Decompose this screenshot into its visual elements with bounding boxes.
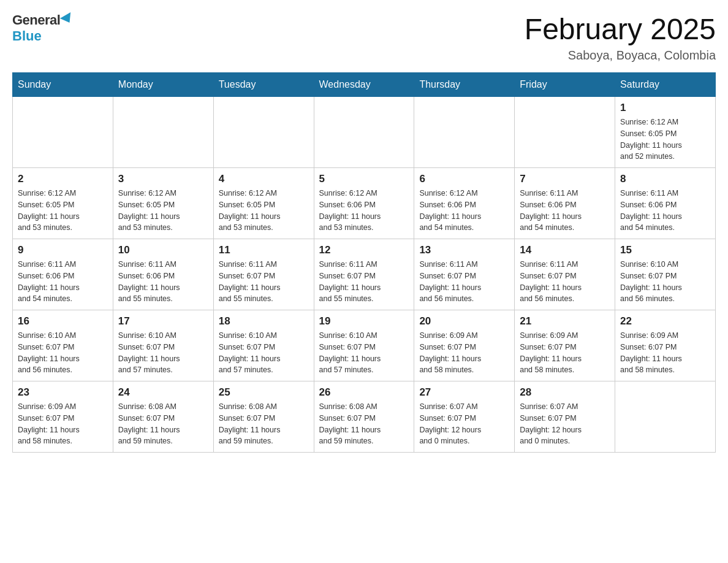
day-number: 13 [419, 244, 509, 256]
days-of-week-row: SundayMondayTuesdayWednesdayThursdayFrid… [13, 73, 716, 97]
calendar-day-cell: 24Sunrise: 6:08 AM Sunset: 6:07 PM Dayli… [113, 381, 213, 453]
day-number: 5 [319, 173, 409, 185]
calendar-day-cell: 15Sunrise: 6:10 AM Sunset: 6:07 PM Dayli… [615, 239, 716, 310]
day-number: 27 [419, 386, 509, 399]
day-number: 3 [118, 173, 208, 185]
day-number: 8 [620, 173, 710, 185]
calendar-day-cell: 9Sunrise: 6:11 AM Sunset: 6:06 PM Daylig… [13, 239, 113, 310]
calendar-day-cell: 25Sunrise: 6:08 AM Sunset: 6:07 PM Dayli… [213, 381, 314, 453]
day-number: 17 [118, 315, 208, 327]
day-info: Sunrise: 6:09 AM Sunset: 6:07 PM Dayligh… [520, 330, 610, 376]
day-number: 19 [319, 315, 409, 327]
day-number: 18 [219, 315, 309, 327]
day-info: Sunrise: 6:07 AM Sunset: 6:07 PM Dayligh… [419, 401, 509, 447]
day-header-thursday: Thursday [414, 73, 515, 97]
calendar-day-cell: 27Sunrise: 6:07 AM Sunset: 6:07 PM Dayli… [414, 381, 515, 453]
calendar-day-cell [13, 97, 113, 168]
day-number: 15 [620, 244, 710, 256]
calendar-day-cell: 13Sunrise: 6:11 AM Sunset: 6:07 PM Dayli… [414, 239, 515, 310]
logo-general-text: General [12, 12, 60, 28]
calendar-week-row: 23Sunrise: 6:09 AM Sunset: 6:07 PM Dayli… [13, 381, 716, 453]
day-info: Sunrise: 6:09 AM Sunset: 6:07 PM Dayligh… [419, 330, 509, 376]
calendar-day-cell: 7Sunrise: 6:11 AM Sunset: 6:06 PM Daylig… [515, 168, 615, 239]
day-number: 9 [18, 244, 108, 256]
day-header-monday: Monday [113, 73, 213, 97]
calendar-body: 1Sunrise: 6:12 AM Sunset: 6:05 PM Daylig… [13, 97, 716, 453]
calendar-subtitle: Saboya, Boyaca, Colombia [525, 48, 716, 63]
calendar-day-cell: 17Sunrise: 6:10 AM Sunset: 6:07 PM Dayli… [113, 310, 213, 381]
calendar-day-cell: 26Sunrise: 6:08 AM Sunset: 6:07 PM Dayli… [314, 381, 414, 453]
day-info: Sunrise: 6:09 AM Sunset: 6:07 PM Dayligh… [18, 401, 108, 447]
day-header-tuesday: Tuesday [213, 73, 314, 97]
calendar-week-row: 9Sunrise: 6:11 AM Sunset: 6:06 PM Daylig… [13, 239, 716, 310]
calendar-day-cell: 8Sunrise: 6:11 AM Sunset: 6:06 PM Daylig… [615, 168, 716, 239]
calendar-day-cell: 22Sunrise: 6:09 AM Sunset: 6:07 PM Dayli… [615, 310, 716, 381]
day-number: 7 [520, 173, 610, 185]
day-info: Sunrise: 6:08 AM Sunset: 6:07 PM Dayligh… [219, 401, 309, 447]
calendar-day-cell: 4Sunrise: 6:12 AM Sunset: 6:05 PM Daylig… [213, 168, 314, 239]
day-info: Sunrise: 6:12 AM Sunset: 6:05 PM Dayligh… [18, 188, 108, 234]
calendar-day-cell [615, 381, 716, 453]
day-info: Sunrise: 6:12 AM Sunset: 6:05 PM Dayligh… [219, 188, 309, 234]
day-info: Sunrise: 6:08 AM Sunset: 6:07 PM Dayligh… [319, 401, 409, 447]
calendar-day-cell: 11Sunrise: 6:11 AM Sunset: 6:07 PM Dayli… [213, 239, 314, 310]
day-header-wednesday: Wednesday [314, 73, 414, 97]
day-number: 24 [118, 386, 208, 399]
day-info: Sunrise: 6:12 AM Sunset: 6:06 PM Dayligh… [419, 188, 509, 234]
day-number: 21 [520, 315, 610, 327]
calendar-day-cell: 21Sunrise: 6:09 AM Sunset: 6:07 PM Dayli… [515, 310, 615, 381]
calendar-day-cell: 3Sunrise: 6:12 AM Sunset: 6:05 PM Daylig… [113, 168, 213, 239]
day-number: 16 [18, 315, 108, 327]
day-info: Sunrise: 6:10 AM Sunset: 6:07 PM Dayligh… [319, 330, 409, 376]
calendar-day-cell: 5Sunrise: 6:12 AM Sunset: 6:06 PM Daylig… [314, 168, 414, 239]
calendar-week-row: 2Sunrise: 6:12 AM Sunset: 6:05 PM Daylig… [13, 168, 716, 239]
day-info: Sunrise: 6:10 AM Sunset: 6:07 PM Dayligh… [18, 330, 108, 376]
calendar-day-cell: 28Sunrise: 6:07 AM Sunset: 6:07 PM Dayli… [515, 381, 615, 453]
calendar-header: SundayMondayTuesdayWednesdayThursdayFrid… [13, 73, 716, 97]
logo: General Blue [12, 12, 74, 44]
calendar-day-cell [515, 97, 615, 168]
day-number: 6 [419, 173, 509, 185]
day-number: 4 [219, 173, 309, 185]
day-number: 28 [520, 386, 610, 399]
day-info: Sunrise: 6:08 AM Sunset: 6:07 PM Dayligh… [118, 401, 208, 447]
day-number: 20 [419, 315, 509, 327]
day-info: Sunrise: 6:11 AM Sunset: 6:06 PM Dayligh… [620, 188, 710, 234]
calendar-week-row: 1Sunrise: 6:12 AM Sunset: 6:05 PM Daylig… [13, 97, 716, 168]
day-info: Sunrise: 6:12 AM Sunset: 6:05 PM Dayligh… [620, 117, 710, 163]
calendar-day-cell: 6Sunrise: 6:12 AM Sunset: 6:06 PM Daylig… [414, 168, 515, 239]
title-block: February 2025 Saboya, Boyaca, Colombia [525, 12, 716, 63]
calendar-day-cell: 12Sunrise: 6:11 AM Sunset: 6:07 PM Dayli… [314, 239, 414, 310]
calendar-day-cell: 1Sunrise: 6:12 AM Sunset: 6:05 PM Daylig… [615, 97, 716, 168]
logo-triangle-icon [60, 12, 75, 26]
day-number: 1 [620, 102, 710, 114]
day-info: Sunrise: 6:10 AM Sunset: 6:07 PM Dayligh… [219, 330, 309, 376]
day-number: 23 [18, 386, 108, 399]
calendar-day-cell: 10Sunrise: 6:11 AM Sunset: 6:06 PM Dayli… [113, 239, 213, 310]
calendar-day-cell: 16Sunrise: 6:10 AM Sunset: 6:07 PM Dayli… [13, 310, 113, 381]
day-info: Sunrise: 6:12 AM Sunset: 6:05 PM Dayligh… [118, 188, 208, 234]
day-number: 25 [219, 386, 309, 399]
day-number: 22 [620, 315, 710, 327]
calendar-week-row: 16Sunrise: 6:10 AM Sunset: 6:07 PM Dayli… [13, 310, 716, 381]
day-info: Sunrise: 6:09 AM Sunset: 6:07 PM Dayligh… [620, 330, 710, 376]
day-info: Sunrise: 6:11 AM Sunset: 6:06 PM Dayligh… [18, 259, 108, 305]
calendar-day-cell: 20Sunrise: 6:09 AM Sunset: 6:07 PM Dayli… [414, 310, 515, 381]
day-info: Sunrise: 6:10 AM Sunset: 6:07 PM Dayligh… [620, 259, 710, 305]
calendar-day-cell: 18Sunrise: 6:10 AM Sunset: 6:07 PM Dayli… [213, 310, 314, 381]
calendar-day-cell: 23Sunrise: 6:09 AM Sunset: 6:07 PM Dayli… [13, 381, 113, 453]
day-number: 2 [18, 173, 108, 185]
day-header-friday: Friday [515, 73, 615, 97]
calendar-day-cell: 14Sunrise: 6:11 AM Sunset: 6:07 PM Dayli… [515, 239, 615, 310]
day-number: 26 [319, 386, 409, 399]
logo-blue-text: Blue [12, 28, 42, 44]
calendar-table: SundayMondayTuesdayWednesdayThursdayFrid… [12, 72, 716, 453]
calendar-day-cell [414, 97, 515, 168]
calendar-day-cell: 2Sunrise: 6:12 AM Sunset: 6:05 PM Daylig… [13, 168, 113, 239]
page-header: General Blue February 2025 Saboya, Boyac… [12, 12, 716, 63]
day-info: Sunrise: 6:11 AM Sunset: 6:06 PM Dayligh… [118, 259, 208, 305]
day-header-sunday: Sunday [13, 73, 113, 97]
calendar-day-cell [314, 97, 414, 168]
calendar-day-cell [213, 97, 314, 168]
day-number: 12 [319, 244, 409, 256]
